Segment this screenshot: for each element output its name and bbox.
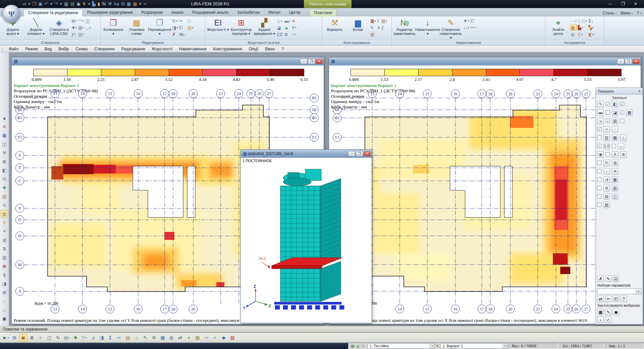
close-button[interactable]: ✕ — [364, 151, 371, 156]
checkbox[interactable] — [597, 194, 601, 198]
target-icon[interactable]: ⌖ — [185, 334, 193, 342]
menubar-Жорсткості[interactable]: Жорсткості — [148, 46, 176, 52]
tower-icon[interactable]: ◫ — [85, 18, 91, 24]
app-logo[interactable]: Ψ — [2, 5, 20, 23]
updown-icon[interactable]: ⇅ — [1, 245, 8, 252]
scissors-icon[interactable]: ✂ — [115, 334, 123, 342]
rows-icon[interactable]: ▤ — [603, 193, 610, 200]
down-icon[interactable]: ↓ — [1, 297, 8, 305]
home-icon[interactable]: ⌂ — [1, 306, 8, 313]
hash-icon[interactable]: # — [377, 24, 380, 31]
ribbon-button-знайти-центр[interactable]: ⌖Знайти центр — [547, 17, 569, 36]
tab-цегла[interactable]: Цегла — [285, 9, 305, 16]
frame-icon[interactable]: ◫ — [612, 193, 618, 200]
maximize-button[interactable]: ❐ — [616, 0, 629, 7]
minimize-button[interactable]: ─ — [300, 59, 307, 64]
menubar-Навантаження[interactable]: Навантаження — [176, 46, 210, 52]
minimize-button[interactable]: ─ — [604, 0, 616, 7]
restore-button[interactable]: ❐ — [625, 59, 632, 64]
window-title-bar[interactable]: ▦ ─ ❐ ✕ — [329, 57, 641, 65]
half2-icon[interactable]: ◨ — [1, 280, 8, 287]
dist-load-icon[interactable]: ↓↓▾ — [463, 24, 470, 31]
checkbox[interactable]: ✓ — [620, 110, 624, 114]
renumber-icon[interactable]: №↓ — [179, 31, 186, 37]
load-case-combo[interactable]: 1. Постійне▾ — [368, 343, 435, 349]
swap-icon[interactable]: ⇄ — [597, 296, 604, 302]
ribbon-button-навантаження[interactable]: ↓Навантаження ▾ — [417, 17, 439, 36]
frame-icon[interactable]: ◫ — [45, 334, 53, 342]
checkbox[interactable] — [620, 119, 624, 123]
t-field-icon[interactable]: ◧▾ — [588, 31, 594, 37]
ribbon-button-блоки[interactable]: ▆Блоки — [347, 17, 369, 32]
tab-створення-та-редагування[interactable]: Створення та редагування — [23, 9, 83, 16]
section-icon[interactable]: § — [1, 271, 8, 279]
down-icon[interactable]: ↓ — [597, 316, 604, 323]
checkbox[interactable] — [606, 152, 610, 156]
chart-icon[interactable]: ▙ — [92, 2, 96, 6]
ibeam-icon[interactable]: I — [377, 18, 380, 24]
menubar-Файл[interactable]: Файл — [5, 46, 22, 52]
tab-пластини[interactable]: Пластини — [309, 9, 337, 16]
delete-icon[interactable]: ✕ — [1, 123, 8, 130]
new-doc-icon[interactable]: ▱ — [23, 2, 26, 6]
storey-icon[interactable]: ≣ — [284, 31, 291, 37]
nodes-icon[interactable]: ∴ — [612, 126, 618, 133]
dropdown-icon[interactable]: ▾ — [139, 2, 142, 6]
restore-button[interactable]: ❐ — [356, 151, 363, 156]
menu-Стиль[interactable]: Стиль▾ — [603, 11, 616, 15]
sum-icon[interactable]: Σ↓ — [588, 18, 594, 24]
cursor-dots-icon[interactable]: ⋯▾ — [570, 18, 577, 24]
dot-icon[interactable]: ◍ — [167, 334, 175, 342]
half-icon[interactable]: ◨ — [98, 334, 106, 342]
heatmap-view[interactable]: 131415161718202324252627ШФ1У1УТСРПНМЛ141… — [329, 65, 641, 324]
supports-icon[interactable]: ⊥▾ — [276, 18, 283, 24]
package-icon[interactable]: ▩ — [133, 2, 137, 6]
load-icon[interactable]: ↓ — [603, 168, 610, 174]
check-icon[interactable]: ✓ — [211, 334, 219, 342]
more-icon[interactable]: ≂ — [143, 2, 147, 6]
books-icon[interactable]: ▤ — [70, 2, 74, 6]
clear-icon[interactable]: ✗ — [597, 276, 604, 282]
dropdown-icon[interactable]: ▾ — [28, 2, 31, 6]
mosaic-icon[interactable]: ▣ — [19, 334, 27, 342]
menubar-Конструювання[interactable]: Конструювання — [210, 46, 245, 52]
table-icon[interactable]: ⊞ — [121, 2, 125, 6]
edit-icon[interactable]: ✎ — [605, 276, 611, 282]
minus-box-icon[interactable]: ⊟ — [1, 175, 8, 183]
plus-icon[interactable]: ✚ — [71, 334, 79, 342]
mass-icon[interactable]: ◍ — [612, 160, 618, 166]
plate-icon[interactable]: ◪ — [276, 24, 283, 31]
plates-icon[interactable]: ▦ — [612, 135, 618, 141]
eye2-icon[interactable]: ◉ — [613, 309, 619, 315]
roof-icon[interactable]: ◠▾ — [78, 18, 84, 24]
wrench-icon[interactable]: ⚒ — [108, 2, 112, 6]
draw-icon[interactable]: ✎ — [597, 101, 604, 107]
frame-icon[interactable]: ⊞▾ — [71, 18, 77, 24]
folder-icon[interactable]: ▤▾ — [187, 24, 194, 31]
ribbon-button-редактор-завантажень[interactable]: №Редактор завантажень — [393, 17, 416, 36]
sum-icon[interactable]: Σ — [106, 334, 114, 342]
window-title-bar[interactable]: ▦ ─ ❐ ✕ — [12, 57, 324, 65]
ribbon-button-додати-елемент[interactable]: ╲Додати елемент ▾ — [25, 17, 47, 36]
list-icon[interactable]: ≣ — [28, 334, 36, 342]
sheet-icon[interactable]: ▦ — [127, 2, 131, 6]
layers-icon[interactable]: ≣ — [620, 151, 627, 158]
plate-icon[interactable]: ◧ — [612, 101, 618, 107]
ribbon-button-жорсткості[interactable]: EIЖорсткості ▾ — [207, 17, 229, 32]
checkbox[interactable] — [597, 161, 601, 165]
histogram-icon[interactable]: ▙▾ — [578, 24, 587, 31]
spring-icon[interactable]: ≋ — [612, 168, 618, 174]
table-icon[interactable]: ▦ — [1, 132, 8, 139]
open-icon[interactable]: ❒ — [33, 2, 37, 6]
camera-icon[interactable]: ◉ — [76, 2, 80, 6]
mesh-icon[interactable]: ▦▾ — [78, 24, 84, 31]
bars-icon[interactable]: ▥ — [603, 135, 610, 141]
hatch-icon[interactable]: ▨ — [612, 118, 618, 124]
param-sets-select[interactable]: ▾ — [597, 289, 641, 294]
menubar-Редагування[interactable]: Редагування — [118, 46, 148, 52]
swap-icon[interactable]: ⇄ — [176, 334, 184, 342]
down-arrow-icon[interactable]: ▼ — [361, 344, 365, 348]
force-icon[interactable]: ⊕ — [603, 185, 610, 191]
check-icon[interactable]: ☑ — [613, 276, 619, 282]
ribbon-button-задане-армування[interactable]: ▞Задане армування ▾ — [253, 17, 275, 36]
